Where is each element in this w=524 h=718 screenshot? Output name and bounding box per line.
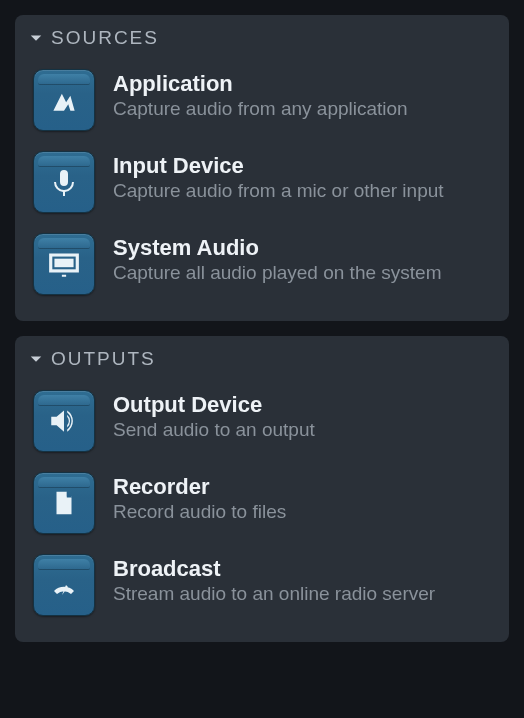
monitor-icon	[33, 233, 95, 295]
item-desc: Capture audio from a mic or other input	[113, 179, 491, 203]
svg-rect-1	[54, 259, 73, 268]
sources-panel: SOURCES Application Capture audio from a…	[15, 15, 509, 321]
mic-icon	[33, 151, 95, 213]
output-item-output-device[interactable]: Output Device Send audio to an output	[29, 380, 495, 462]
item-desc: Capture audio from any application	[113, 97, 491, 121]
file-icon	[33, 472, 95, 534]
outputs-panel: OUTPUTS Output Device Send audio to an o…	[15, 336, 509, 642]
sources-title: SOURCES	[51, 27, 159, 49]
outputs-header[interactable]: OUTPUTS	[29, 348, 495, 370]
item-desc: Record audio to files	[113, 500, 491, 524]
item-desc: Capture all audio played on the system	[113, 261, 491, 285]
item-title: Recorder	[113, 474, 491, 499]
item-title: System Audio	[113, 235, 491, 260]
source-item-application[interactable]: Application Capture audio from any appli…	[29, 59, 495, 141]
item-desc: Stream audio to an online radio server	[113, 582, 491, 606]
item-text: System Audio Capture all audio played on…	[113, 233, 491, 285]
item-title: Broadcast	[113, 556, 491, 581]
item-title: Input Device	[113, 153, 491, 178]
item-text: Input Device Capture audio from a mic or…	[113, 151, 491, 203]
output-item-broadcast[interactable]: Broadcast Stream audio to an online radi…	[29, 544, 495, 626]
item-text: Output Device Send audio to an output	[113, 390, 491, 442]
sources-header[interactable]: SOURCES	[29, 27, 495, 49]
satellite-icon	[33, 554, 95, 616]
item-title: Output Device	[113, 392, 491, 417]
source-item-input-device[interactable]: Input Device Capture audio from a mic or…	[29, 141, 495, 223]
item-text: Application Capture audio from any appli…	[113, 69, 491, 121]
source-item-system-audio[interactable]: System Audio Capture all audio played on…	[29, 223, 495, 305]
chevron-down-icon	[29, 352, 43, 366]
item-title: Application	[113, 71, 491, 96]
item-text: Recorder Record audio to files	[113, 472, 491, 524]
speaker-icon	[33, 390, 95, 452]
item-text: Broadcast Stream audio to an online radi…	[113, 554, 491, 606]
chevron-down-icon	[29, 31, 43, 45]
outputs-title: OUTPUTS	[51, 348, 156, 370]
output-item-recorder[interactable]: Recorder Record audio to files	[29, 462, 495, 544]
item-desc: Send audio to an output	[113, 418, 491, 442]
application-icon	[33, 69, 95, 131]
